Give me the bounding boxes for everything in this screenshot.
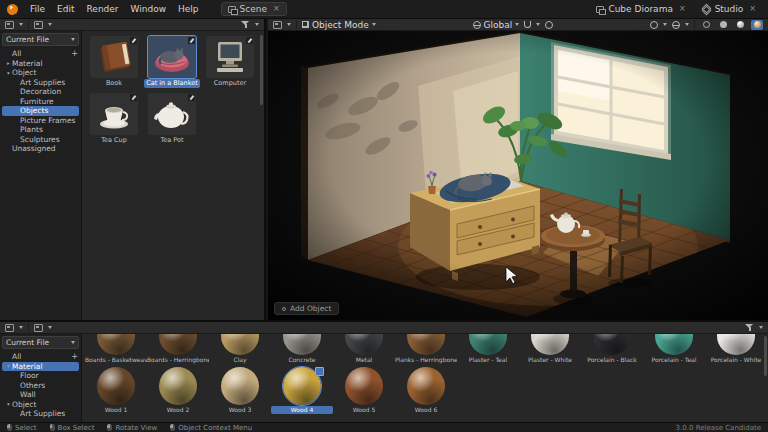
- material-thumb: [395, 334, 457, 355]
- vertical-scrollbar[interactable]: [764, 336, 767, 376]
- material-asset[interactable]: Porcelain - White: [705, 334, 767, 364]
- material-thumb: [209, 367, 271, 405]
- catalog-item[interactable]: Wall: [2, 390, 79, 400]
- catalog-item[interactable]: ▾ Object: [2, 68, 79, 78]
- material-asset[interactable]: Clay: [209, 334, 271, 364]
- disclosure-arrow-icon[interactable]: ▾: [5, 401, 12, 407]
- display-mode-icon[interactable]: [34, 21, 43, 29]
- overlays-icon[interactable]: [650, 21, 658, 29]
- mode-selector[interactable]: Object Mode: [302, 20, 376, 30]
- snap-chevron-icon[interactable]: [536, 23, 540, 26]
- menu-item[interactable]: Window: [125, 0, 173, 18]
- workspace-tab-scene[interactable]: Scene ×: [221, 2, 287, 16]
- unlink-icon[interactable]: ×: [677, 5, 686, 13]
- catalog-item[interactable]: Others: [2, 381, 79, 391]
- gizmo-icon[interactable]: [672, 21, 680, 29]
- disclosure-arrow-icon[interactable]: ▸: [5, 60, 12, 66]
- editor-type-chevron-icon[interactable]: [19, 326, 23, 329]
- editor-type-chevron-icon[interactable]: [287, 23, 291, 26]
- catalog-item[interactable]: Picture Frames: [2, 116, 79, 126]
- catalog-item[interactable]: Decoration: [2, 87, 79, 97]
- catalog-item[interactable]: Plants: [2, 125, 79, 135]
- editor-type-icon[interactable]: [5, 324, 14, 332]
- asset-tile-book[interactable]: Book: [86, 36, 142, 88]
- material-asset[interactable]: Wood 5: [333, 367, 395, 414]
- unlink-icon[interactable]: ×: [747, 5, 756, 13]
- material-sphere-icon: [407, 367, 445, 405]
- material-asset[interactable]: Wood 2: [147, 367, 209, 414]
- material-sphere-icon: [593, 334, 631, 355]
- material-asset[interactable]: Porcelain - Teal: [643, 334, 705, 364]
- material-asset[interactable]: Concrete: [271, 334, 333, 364]
- material-asset[interactable]: Planks - Herringbone: [395, 334, 457, 364]
- snap-magnet-icon[interactable]: [524, 21, 531, 28]
- operator-panel-collapsed[interactable]: Add Object: [274, 302, 339, 315]
- display-mode-icon[interactable]: [34, 324, 43, 332]
- shading-material-button[interactable]: [734, 20, 746, 30]
- material-asset[interactable]: Plaster - Teal: [457, 334, 519, 364]
- material-asset[interactable]: Wood 1: [85, 367, 147, 414]
- asset-tile-tea-pot[interactable]: Tea Pot: [144, 93, 200, 145]
- material-label: Porcelain - Black: [581, 356, 643, 364]
- catalog-item[interactable]: Floor: [2, 371, 79, 381]
- add-catalog-button[interactable]: +: [71, 352, 78, 361]
- catalog-item[interactable]: Art Supplies: [2, 409, 79, 419]
- proportional-edit-icon[interactable]: [545, 21, 553, 29]
- vertical-scrollbar[interactable]: [260, 35, 263, 105]
- unlink-icon[interactable]: ×: [271, 5, 280, 13]
- filter-chevron-icon[interactable]: [759, 326, 763, 329]
- editor-type-chevron-icon[interactable]: [19, 23, 23, 26]
- menu-item[interactable]: Help: [172, 0, 205, 18]
- filter-chevron-icon[interactable]: [255, 23, 259, 26]
- catalog-item[interactable]: Objects: [2, 106, 79, 116]
- disclosure-arrow-icon[interactable]: ▾: [5, 363, 12, 369]
- material-sphere-icon: [737, 21, 744, 28]
- editor-type-icon[interactable]: [5, 21, 14, 29]
- asset-tile-cat-in-a-blanket[interactable]: Cat in a Blanket: [144, 36, 200, 88]
- material-asset[interactable]: Wood 3: [209, 367, 271, 414]
- catalog-item[interactable]: ▸ Material: [2, 59, 79, 69]
- material-asset[interactable]: Boards - Basketweave: [85, 334, 147, 364]
- shading-rendered-button[interactable]: [751, 20, 763, 30]
- filter-icon[interactable]: [241, 21, 250, 29]
- asset-tile-computer[interactable]: Computer: [202, 36, 258, 88]
- viewport-canvas[interactable]: Add Object: [268, 31, 768, 320]
- material-asset[interactable]: Porcelain - Black: [581, 334, 643, 364]
- asset-library-label: Current File: [6, 35, 69, 44]
- catalog-item[interactable]: All: [2, 352, 79, 362]
- scene-selector[interactable]: Cube Diorama ×: [596, 4, 685, 14]
- catalog-item[interactable]: All: [2, 49, 79, 59]
- shading-solid-button[interactable]: [717, 20, 729, 30]
- overlays-chevron-icon[interactable]: [663, 23, 667, 26]
- gizmo-chevron-icon[interactable]: [685, 23, 689, 26]
- shading-wireframe-button[interactable]: [700, 20, 712, 30]
- catalog-item[interactable]: Sculptures: [2, 135, 79, 145]
- catalog-item[interactable]: Art Supplies: [2, 78, 79, 88]
- catalog-item[interactable]: ▾ Material: [2, 362, 79, 372]
- material-asset[interactable]: Wood 4: [271, 367, 333, 414]
- catalog-item[interactable]: Unassigned: [2, 144, 79, 154]
- material-asset[interactable]: Metal: [333, 334, 395, 364]
- asset-library-dropdown[interactable]: Current File: [2, 33, 79, 46]
- asset-tile-tea-cup[interactable]: Tea Cup: [86, 93, 142, 145]
- material-asset[interactable]: Wood 6: [395, 367, 457, 414]
- viewport-scene[interactable]: [268, 31, 768, 320]
- display-mode-chevron-icon[interactable]: [48, 23, 52, 26]
- editor-type-icon[interactable]: [273, 21, 282, 29]
- menu-item[interactable]: Render: [81, 0, 125, 18]
- blender-logo-icon[interactable]: [7, 4, 18, 15]
- material-thumb: [147, 334, 209, 355]
- add-catalog-button[interactable]: +: [71, 49, 78, 58]
- display-mode-chevron-icon[interactable]: [48, 326, 52, 329]
- menu-item[interactable]: File: [24, 0, 51, 18]
- material-asset[interactable]: Plaster - White: [519, 334, 581, 364]
- catalog-item[interactable]: Furniture: [2, 97, 79, 107]
- filter-icon[interactable]: [745, 324, 754, 332]
- material-asset[interactable]: Boards - Herringbone: [147, 334, 209, 364]
- asset-library-dropdown[interactable]: Current File: [2, 336, 79, 349]
- menu-item[interactable]: Edit: [51, 0, 80, 18]
- transform-orientation-selector[interactable]: Global: [473, 20, 520, 30]
- view-layer-selector[interactable]: Studio ×: [702, 4, 756, 14]
- disclosure-arrow-icon[interactable]: ▾: [5, 70, 12, 76]
- catalog-item[interactable]: ▾ Object: [2, 400, 79, 410]
